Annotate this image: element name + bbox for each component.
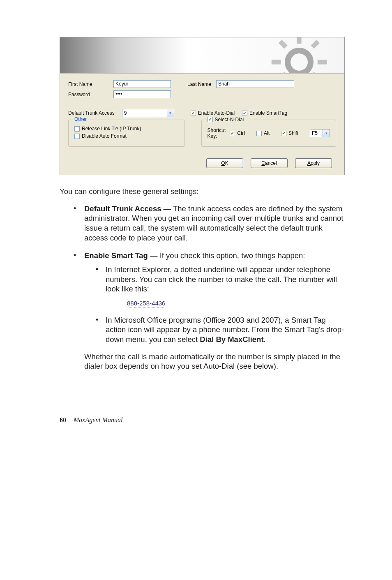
release-link-tie-label: Release Link Tie (IP Trunk) — [82, 126, 141, 132]
chevron-down-icon[interactable]: ▾ — [323, 129, 330, 137]
bullet-title: Default Trunk Access — [84, 204, 161, 213]
enable-smarttag-checkbox[interactable]: ✓ Enable SmartTag — [242, 110, 287, 116]
default-trunk-access-dropdown[interactable]: 9 ▾ — [122, 109, 174, 117]
svg-rect-3 — [272, 60, 281, 64]
page-footer: 60 MaxAgent Manual — [60, 416, 345, 424]
checkbox-empty-icon — [256, 131, 262, 136]
password-input[interactable]: •••• — [113, 90, 171, 98]
default-trunk-access-value: 9 — [122, 109, 167, 117]
first-name-input[interactable]: Keyur — [113, 80, 171, 88]
default-trunk-access-label: Default Trunk Access — [68, 110, 115, 116]
sub-bullet-text: In Internet Explorer, a dotted underline… — [106, 265, 337, 293]
fkey-dropdown[interactable]: F5 ▾ — [310, 129, 330, 137]
intro-text: You can configure these general settings… — [60, 187, 345, 196]
enable-auto-dial-checkbox[interactable]: ✓ Enable Auto-Dial — [191, 110, 235, 116]
bullet-enable-smart-tag: Enable Smart Tag — If you check this opt… — [74, 251, 345, 371]
sub-bullet-text-post: . — [264, 335, 266, 344]
chevron-down-icon[interactable]: ▾ — [167, 109, 174, 117]
alt-checkbox[interactable]: Alt — [256, 130, 270, 136]
checkmark-icon: ✓ — [281, 131, 286, 136]
sub-bullet-office: In Microsoft Office programs (Office 200… — [96, 315, 345, 344]
ok-button[interactable]: OK — [206, 158, 243, 168]
manual-title: MaxAgent Manual — [74, 416, 123, 423]
closing-paragraph: Whether the call is made automatically o… — [84, 352, 345, 371]
gear-icon — [270, 37, 328, 74]
checkbox-empty-icon — [74, 126, 80, 132]
apply-button[interactable]: Apply — [295, 158, 332, 168]
last-name-input[interactable]: Shah — [216, 80, 294, 88]
bullet-title: Enable Smart Tag — [84, 251, 148, 260]
svg-rect-5 — [279, 40, 288, 49]
enable-auto-dial-label: Enable Auto-Dial — [198, 110, 235, 116]
checkbox-empty-icon — [74, 134, 80, 139]
release-link-tie-checkbox[interactable]: Release Link Tie (IP Trunk) — [74, 126, 179, 132]
password-label: Password — [68, 92, 113, 97]
first-name-label: First Name — [68, 81, 113, 87]
page-number: 60 — [60, 416, 66, 423]
other-legend: Other — [73, 116, 88, 122]
enable-smarttag-label: Enable SmartTag — [249, 110, 287, 116]
shift-checkbox[interactable]: ✓ Shift — [281, 130, 298, 136]
fkey-value: F5 — [310, 129, 323, 137]
cancel-button[interactable]: Cancel — [251, 158, 288, 168]
select-n-dial-label: Select-N-Dial — [215, 117, 244, 122]
bullet-default-trunk-access: Default Trunk Access — The trunk access … — [74, 204, 345, 243]
disable-auto-format-label: Disable Auto Format — [82, 133, 127, 139]
svg-rect-8 — [279, 72, 288, 74]
dialog-banner — [60, 37, 344, 74]
ctrl-checkbox[interactable]: ✓ Ctrl — [230, 130, 245, 136]
bullet-body: — If you check this option, two things h… — [148, 251, 305, 260]
disable-auto-format-checkbox[interactable]: Disable Auto Format — [74, 133, 179, 139]
phone-number-sample: 888-258-4436 — [127, 300, 165, 307]
svg-rect-6 — [311, 72, 320, 74]
settings-dialog: × First Name Keyur Las — [60, 37, 345, 175]
other-fieldset: Other Release Link Tie (IP Trunk) Disabl… — [68, 120, 185, 147]
svg-rect-7 — [311, 40, 320, 49]
select-n-dial-fieldset: ✓ Select-N-Dial Shortcut Key: ✓ Ctrl Alt — [201, 120, 336, 147]
checkmark-icon: ✓ — [230, 131, 235, 136]
checkmark-icon: ✓ — [242, 111, 247, 116]
checkmark-icon: ✓ — [191, 111, 196, 116]
svg-rect-4 — [318, 60, 327, 64]
sub-bullet-ie: In Internet Explorer, a dotted underline… — [96, 265, 345, 308]
checkmark-icon: ✓ — [208, 117, 213, 122]
select-n-dial-checkbox[interactable]: ✓ Select-N-Dial — [208, 117, 244, 122]
last-name-label: Last Name — [187, 81, 216, 87]
svg-point-0 — [288, 51, 311, 74]
alt-label: Alt — [264, 130, 270, 136]
ctrl-label: Ctrl — [237, 130, 245, 136]
shift-label: Shift — [288, 130, 298, 136]
sub-bullet-bold: Dial By MaxClient — [200, 335, 263, 344]
shortcut-key-label: Shortcut Key: — [208, 127, 226, 139]
svg-rect-1 — [297, 37, 301, 44]
